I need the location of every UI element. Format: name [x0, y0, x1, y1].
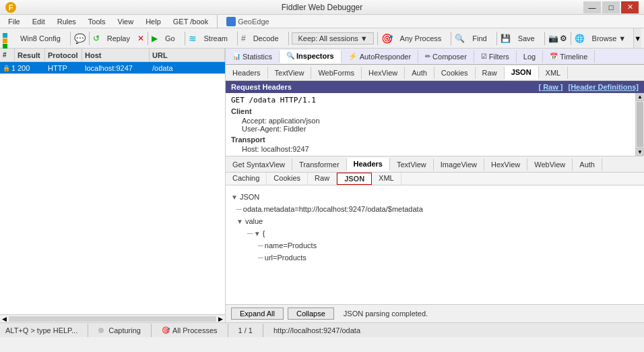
raw-link[interactable]: [ Raw ] — [538, 83, 562, 91]
response-tab-transformer[interactable]: Transformer — [292, 158, 347, 171]
inspector-tab-cookies[interactable]: Cookies — [434, 67, 476, 79]
autoresponder-icon: ⚡ — [348, 52, 358, 61]
tab-statistics[interactable]: 📊 Statistics — [226, 51, 280, 63]
sub-tab-json[interactable]: JSON — [337, 173, 372, 185]
host-line: Host: localhost:9247 — [231, 145, 629, 153]
accept-line: Accept: application/json — [231, 117, 629, 125]
inspector-tab-raw[interactable]: Raw — [476, 67, 505, 79]
response-tab-auth[interactable]: Auth — [573, 158, 602, 171]
json-parse-status: JSON parsing completed. — [344, 310, 428, 318]
collapse-icon-obj[interactable]: ▼ — [254, 230, 261, 237]
menu-rules[interactable]: Rules — [52, 17, 82, 26]
cell-protocol: HTTP — [45, 63, 82, 73]
toolbar-sep-3 — [148, 32, 148, 45]
win8-config-button[interactable]: Win8 Config — [14, 32, 67, 45]
col-num: # — [0, 49, 15, 61]
save-button[interactable]: Save — [512, 32, 541, 45]
filters-checkbox-icon: ☑ — [481, 53, 487, 60]
stream-button[interactable]: Stream — [198, 32, 234, 45]
menu-tools[interactable]: Tools — [83, 17, 111, 26]
target-icon: 🎯 — [381, 33, 393, 44]
decode-icon: # — [241, 34, 246, 43]
response-sub-tab-bar: Caching Cookies Raw JSON XML — [226, 173, 644, 185]
keep-sessions-button[interactable]: Keep: All sessions ▼ — [292, 32, 373, 45]
inspector-tab-auth[interactable]: Auth — [405, 67, 434, 79]
inspector-tab-hexview[interactable]: HexView — [362, 67, 405, 79]
expand-all-button[interactable]: Expand All — [231, 307, 284, 320]
response-tab-syntaxview[interactable]: Get SyntaxView — [226, 158, 292, 171]
tree-connector-metadata: ─ — [236, 205, 242, 213]
replay-button[interactable]: Replay — [101, 32, 136, 45]
globe-icon: 🌐 — [575, 34, 585, 43]
browse-button[interactable]: Browse ▼ — [586, 32, 633, 45]
inspector-tab-json[interactable]: JSON — [505, 66, 539, 80]
sub-tab-xml[interactable]: XML — [372, 173, 401, 185]
response-tab-textview[interactable]: TextView — [390, 158, 434, 171]
save-icon: 💾 — [501, 34, 511, 43]
col-host: Host — [82, 49, 150, 61]
collapse-icon-value[interactable]: ▼ — [236, 218, 243, 225]
tree-connector-obj: ─ — [247, 229, 253, 237]
json-value-node[interactable]: ▼ value — [231, 215, 639, 227]
cell-host: localhost:9247 — [82, 63, 150, 73]
json-name-node: ─ name=Products — [231, 239, 639, 252]
tab-filters[interactable]: ☑ Filters — [474, 51, 517, 63]
tab-timeline[interactable]: 📅 Timeline — [543, 51, 595, 63]
status-capturing[interactable]: Capturing — [98, 326, 141, 334]
inspectors-icon: 🔍 — [286, 52, 294, 59]
collapse-button[interactable]: Collapse — [288, 307, 334, 320]
toolbar-scroll[interactable]: ▼ — [633, 28, 641, 48]
find-button[interactable]: Find — [466, 32, 492, 45]
inspector-tab-textview[interactable]: TextView — [268, 67, 312, 79]
request-vscrollbar[interactable]: ▲ ▼ — [635, 93, 644, 156]
menu-help[interactable]: Help — [140, 17, 166, 26]
header-defs-link[interactable]: [Header Definitions] — [568, 83, 639, 91]
status-sep-1 — [88, 324, 88, 337]
response-tab-hexview[interactable]: HexView — [484, 158, 527, 171]
status-url: http://localhost:9247/odata — [273, 326, 360, 334]
right-panel: 📊 Statistics 🔍 Inspectors ⚡ AutoResponde… — [226, 49, 644, 322]
response-tab-webview[interactable]: WebView — [527, 158, 573, 171]
menu-separator — [217, 15, 218, 28]
sub-tab-caching[interactable]: Caching — [226, 173, 267, 185]
minimize-button[interactable]: — — [583, 1, 601, 13]
tab-composer[interactable]: ✏ Composer — [418, 51, 474, 63]
json-object-node[interactable]: ─ ▼ { — [231, 227, 639, 239]
decode-button[interactable]: Decode — [247, 32, 285, 45]
tab-inspectors[interactable]: 🔍 Inspectors — [280, 50, 342, 63]
inspector-tab-webforms[interactable]: WebForms — [311, 67, 362, 79]
response-tab-headers[interactable]: Headers — [347, 158, 390, 171]
tab-log[interactable]: Log — [517, 51, 543, 63]
json-root-node[interactable]: ▼ JSON — [231, 191, 639, 203]
json-metadata-value: odata.metadata=http://localhost:9247/oda… — [243, 205, 423, 213]
title-bar-title: Fiddler Web Debugger — [282, 3, 363, 12]
tab-autoresponder[interactable]: ⚡ AutoResponder — [342, 50, 418, 63]
col-protocol: Protocol — [45, 49, 82, 61]
speech-bubble-icon: 💬 — [74, 33, 86, 44]
menu-get-book[interactable]: GET /book — [168, 17, 214, 26]
sub-tab-raw[interactable]: Raw — [308, 173, 337, 185]
response-tab-imageview[interactable]: ImageView — [434, 158, 484, 171]
toolbar-sep-8 — [451, 32, 451, 45]
any-process-button[interactable]: Any Process — [394, 32, 448, 45]
menu-view[interactable]: View — [112, 17, 139, 26]
session-row[interactable]: 🔒1 200 HTTP localhost:9247 /odata — [0, 62, 225, 74]
go-button[interactable]: Go — [159, 32, 181, 45]
inspector-tab-xml[interactable]: XML — [539, 67, 569, 79]
menu-edit[interactable]: Edit — [27, 17, 51, 26]
timeline-icon: 📅 — [550, 53, 558, 60]
inspector-tab-headers[interactable]: Headers — [226, 67, 268, 79]
close-button[interactable]: ✕ — [621, 1, 639, 13]
sub-tab-cookies[interactable]: Cookies — [267, 173, 308, 185]
win8-icon — [3, 33, 13, 44]
collapse-icon[interactable]: ▼ — [231, 194, 238, 201]
h-scrollbar[interactable]: ◀ ▶ — [0, 314, 225, 322]
json-url-value: url=Products — [265, 254, 307, 262]
x-icon: ✕ — [137, 34, 144, 43]
http-line: GET /odata HTTP/1.1 — [231, 96, 629, 105]
target-icon-small: 🎯 — [162, 326, 170, 334]
menu-file[interactable]: File — [3, 17, 26, 26]
status-processes[interactable]: 🎯 All Processes — [162, 326, 218, 334]
geoedge-menu[interactable]: GeoEdge — [221, 16, 274, 27]
maximize-button[interactable]: □ — [602, 1, 620, 13]
